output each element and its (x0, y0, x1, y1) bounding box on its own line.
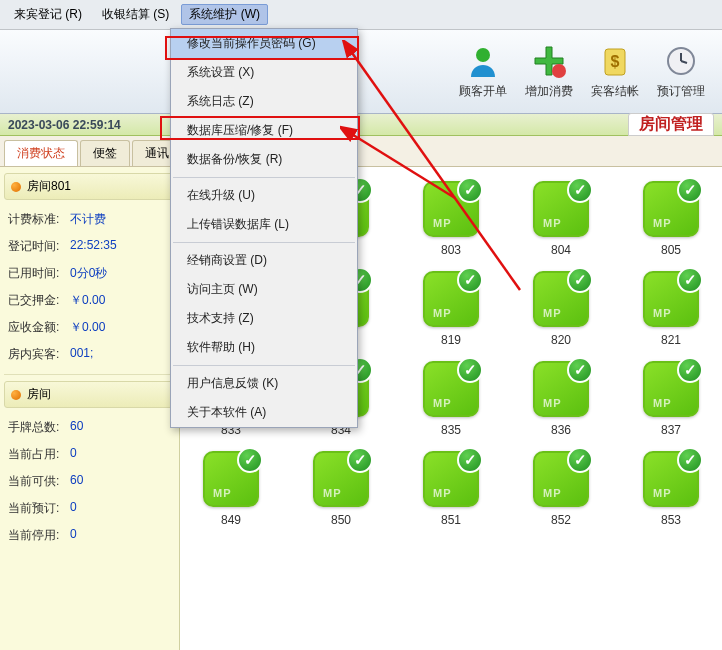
room-number: 820 (551, 333, 571, 347)
svg-text:$: $ (611, 53, 620, 70)
room-tile[interactable]: MP✓803 (416, 181, 486, 257)
guest-checkout-button[interactable]: $宾客结帐 (582, 30, 648, 113)
room-tile[interactable]: MP✓820 (526, 271, 596, 347)
info-row: 登记时间:22:52:35 (4, 233, 175, 260)
dropdown-item[interactable]: 系统设置 (X) (171, 58, 357, 87)
room-number: 850 (331, 513, 351, 527)
info-label: 已用时间: (8, 265, 70, 282)
room-tile[interactable]: MP✓821 (636, 271, 706, 347)
dropdown-separator (173, 365, 355, 366)
add-consume-button[interactable]: 增加消费 (516, 30, 582, 113)
room-number: 804 (551, 243, 571, 257)
datetime-display: 2023-03-06 22:59:14 (0, 118, 129, 132)
panel-room-header: 房间801 (4, 173, 175, 200)
room-icon: MP✓ (643, 451, 699, 507)
check-icon: ✓ (567, 357, 593, 383)
room-tile[interactable]: MP✓804 (526, 181, 596, 257)
info-value: 0分0秒 (70, 265, 107, 282)
info-value: 0 (70, 527, 77, 544)
room-icon: MP✓ (313, 451, 369, 507)
check-icon: ✓ (457, 177, 483, 203)
info-value: ￥0.00 (70, 292, 105, 309)
check-icon: ✓ (457, 267, 483, 293)
info-value: 0 (70, 446, 77, 463)
dropdown-item[interactable]: 修改当前操作员密码 (G) (171, 29, 357, 58)
dropdown-item[interactable]: 技术支持 (Z) (171, 304, 357, 333)
room-icon: MP✓ (643, 181, 699, 237)
panel-room-title: 房间801 (27, 178, 71, 195)
info-value: 22:52:35 (70, 238, 117, 255)
page-title: 房间管理 (628, 113, 714, 136)
room-tile[interactable]: MP✓805 (636, 181, 706, 257)
dropdown-item[interactable]: 访问主页 (W) (171, 275, 357, 304)
room-number: 852 (551, 513, 571, 527)
check-icon: ✓ (677, 447, 703, 473)
info-row: 房内宾客:001; (4, 341, 175, 368)
room-number: 836 (551, 423, 571, 437)
room-tile[interactable]: MP✓852 (526, 451, 596, 527)
reserve-manage-button[interactable]: 预订管理 (648, 30, 714, 113)
room-tile[interactable]: MP✓836 (526, 361, 596, 437)
room-icon: MP✓ (423, 181, 479, 237)
dropdown-item[interactable]: 在线升级 (U) (171, 181, 357, 210)
room-tile[interactable]: MP✓835 (416, 361, 486, 437)
room-icon: MP✓ (203, 451, 259, 507)
info-value: 001; (70, 346, 93, 363)
info-row: 手牌总数:60 (4, 414, 175, 441)
dropdown-separator (173, 242, 355, 243)
room-number: 851 (441, 513, 461, 527)
info-row: 已交押金:￥0.00 (4, 287, 175, 314)
tab-消费状态[interactable]: 消费状态 (4, 140, 78, 166)
dropdown-item[interactable]: 系统日志 (Z) (171, 87, 357, 116)
room-icon: MP✓ (423, 271, 479, 327)
dropdown-item[interactable]: 上传错误数据库 (L) (171, 210, 357, 239)
toolbar-label: 宾客结帐 (591, 83, 639, 100)
check-icon: ✓ (677, 267, 703, 293)
info-value: 60 (70, 473, 83, 490)
customer-open-button[interactable]: 顾客开单 (450, 30, 516, 113)
info-label: 已交押金: (8, 292, 70, 309)
dropdown-item[interactable]: 关于本软件 (A) (171, 398, 357, 427)
tab-便签[interactable]: 便签 (80, 140, 130, 166)
svg-point-0 (476, 48, 490, 62)
room-number: 819 (441, 333, 461, 347)
panel-stats-title: 房间 (27, 386, 51, 403)
menu-guest-register[interactable]: 来宾登记 (R) (6, 4, 90, 25)
room-tile[interactable]: MP✓851 (416, 451, 486, 527)
datetime-row: 2023-03-06 22:59:14 房间管理 (0, 114, 722, 136)
dropdown-item[interactable]: 经销商设置 (D) (171, 246, 357, 275)
dropdown-item[interactable]: 软件帮助 (H) (171, 333, 357, 362)
dropdown-item[interactable]: 数据备份/恢复 (R) (171, 145, 357, 174)
room-tile[interactable]: MP✓850 (306, 451, 376, 527)
info-label: 当前预订: (8, 500, 70, 517)
user-icon (465, 43, 501, 79)
plus-icon (531, 43, 567, 79)
room-tile[interactable]: MP✓837 (636, 361, 706, 437)
toolbar: 顾客开单增加消费$宾客结帐预订管理 (0, 30, 722, 114)
room-icon: MP✓ (423, 361, 479, 417)
menu-system-maint[interactable]: 系统维护 (W) (181, 4, 268, 25)
room-number: 853 (661, 513, 681, 527)
check-icon: ✓ (567, 267, 593, 293)
room-icon: MP✓ (533, 271, 589, 327)
info-label: 当前占用: (8, 446, 70, 463)
check-icon: ✓ (677, 357, 703, 383)
room-number: 837 (661, 423, 681, 437)
dropdown-item[interactable]: 用户信息反馈 (K) (171, 369, 357, 398)
info-row: 应收金额:￥0.00 (4, 314, 175, 341)
check-icon: ✓ (237, 447, 263, 473)
info-row: 当前预订:0 (4, 495, 175, 522)
info-label: 当前停用: (8, 527, 70, 544)
toolbar-label: 增加消费 (525, 83, 573, 100)
panel-stats-header: 房间 (4, 381, 175, 408)
room-tile[interactable]: MP✓849 (196, 451, 266, 527)
menu-cashier[interactable]: 收银结算 (S) (94, 4, 177, 25)
room-tile[interactable]: MP✓819 (416, 271, 486, 347)
room-tile[interactable]: MP✓853 (636, 451, 706, 527)
info-value: 不计费 (70, 211, 106, 228)
dropdown-item[interactable]: 数据库压缩/修复 (F) (171, 116, 357, 145)
room-icon: MP✓ (533, 361, 589, 417)
room-icon: MP✓ (643, 361, 699, 417)
room-number: 835 (441, 423, 461, 437)
room-number: 849 (221, 513, 241, 527)
